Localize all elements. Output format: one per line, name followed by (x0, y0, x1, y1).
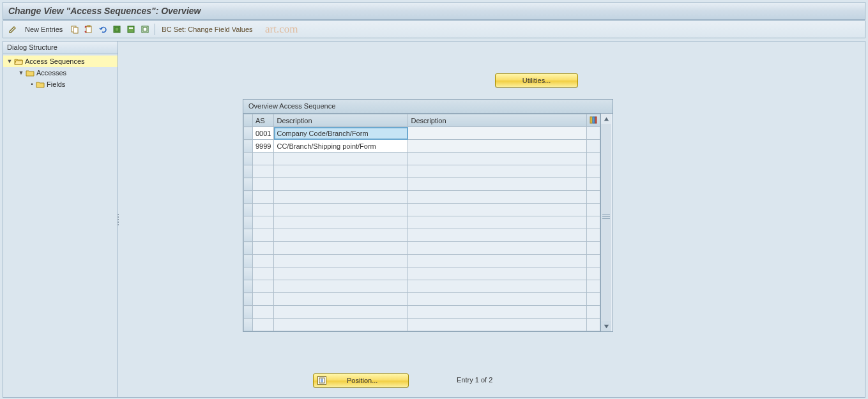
cell-description[interactable]: CC/Branch/Shipping point/Form (274, 140, 408, 153)
cell-as[interactable] (253, 216, 274, 229)
table-row[interactable] (244, 280, 600, 293)
table-row[interactable] (244, 255, 600, 267)
undo-icon[interactable] (97, 24, 109, 35)
overview-table[interactable]: AS Description Description 0001Company C… (243, 114, 600, 331)
scroll-down-icon[interactable] (601, 321, 611, 331)
tree-toggle-icon[interactable]: ▼ (17, 70, 25, 76)
clipboard-icon[interactable] (83, 24, 95, 35)
tree-toggle-icon[interactable]: ▼ (6, 58, 13, 64)
vertical-scrollbar[interactable] (600, 114, 611, 331)
cell-description[interactable] (274, 280, 408, 293)
table-row[interactable] (244, 204, 600, 216)
row-selector[interactable] (244, 293, 253, 306)
row-selector[interactable] (244, 127, 253, 140)
cell-description[interactable] (274, 242, 408, 255)
table-row[interactable] (244, 178, 600, 191)
cell-as[interactable] (253, 204, 274, 216)
cell-description2[interactable] (408, 242, 587, 255)
cell-description2[interactable] (408, 267, 587, 280)
cell-description[interactable] (274, 267, 408, 280)
table-row[interactable]: 0001Company Code/Branch/Form (244, 127, 600, 140)
cell-description[interactable] (274, 255, 408, 267)
cell-description[interactable] (274, 204, 408, 216)
cell-as[interactable]: 0001 (253, 127, 274, 140)
cell-description2[interactable] (408, 293, 587, 306)
column-header-description[interactable]: Description (274, 114, 408, 127)
splitter-handle[interactable] (116, 210, 120, 229)
cell-as[interactable] (253, 153, 274, 165)
select-all-header[interactable] (244, 114, 253, 127)
configure-columns-button[interactable] (587, 114, 600, 127)
cell-description2[interactable] (408, 191, 587, 204)
table-row[interactable] (244, 165, 600, 178)
table-row[interactable] (244, 293, 600, 306)
row-selector[interactable] (244, 229, 253, 242)
cell-description[interactable]: Company Code/Branch/Form (274, 127, 408, 140)
table-row[interactable] (244, 191, 600, 204)
cell-as[interactable] (253, 242, 274, 255)
table-row[interactable] (244, 319, 600, 331)
cell-description2[interactable] (408, 319, 587, 331)
cell-description2[interactable] (408, 229, 587, 242)
row-selector[interactable] (244, 319, 253, 331)
scroll-up-icon[interactable] (601, 114, 611, 124)
deselect-icon[interactable] (139, 24, 151, 35)
table-row[interactable] (244, 153, 600, 165)
cell-description2[interactable] (408, 306, 587, 319)
cell-as[interactable] (253, 255, 274, 267)
cell-as[interactable] (253, 267, 274, 280)
cell-description[interactable] (274, 319, 408, 331)
table-row[interactable] (244, 267, 600, 280)
new-entries-button[interactable]: New Entries (21, 24, 66, 34)
cell-description[interactable] (274, 153, 408, 165)
cell-description2[interactable] (408, 255, 587, 267)
cell-as[interactable] (253, 306, 274, 319)
table-row[interactable] (244, 216, 600, 229)
column-header-description2[interactable]: Description (408, 114, 587, 127)
cell-description[interactable] (274, 165, 408, 178)
row-selector[interactable] (244, 191, 253, 204)
cell-description2[interactable] (408, 165, 587, 178)
cell-description2[interactable] (408, 127, 587, 140)
cell-as[interactable] (253, 165, 274, 178)
edit-icon[interactable] (7, 24, 19, 35)
row-selector[interactable] (244, 242, 253, 255)
cell-as[interactable] (253, 319, 274, 331)
row-selector[interactable] (244, 267, 253, 280)
cell-description[interactable] (274, 293, 408, 306)
row-selector[interactable] (244, 204, 253, 216)
cell-description2[interactable] (408, 216, 587, 229)
tree-node-access-sequences[interactable]: ▼ Access Sequences (3, 56, 118, 67)
row-selector[interactable] (244, 165, 253, 178)
copy-icon[interactable] (69, 24, 80, 35)
cell-as[interactable] (253, 293, 274, 306)
cell-as[interactable] (253, 178, 274, 191)
tree-node-fields[interactable]: • Fields (3, 79, 118, 90)
table-row[interactable] (244, 306, 600, 319)
tree-node-accesses[interactable]: ▼ Accesses (3, 67, 118, 79)
cell-description2[interactable] (408, 178, 587, 191)
row-selector[interactable] (244, 153, 253, 165)
cell-as[interactable] (253, 229, 274, 242)
cell-description[interactable] (274, 229, 408, 242)
row-selector[interactable] (244, 280, 253, 293)
select-all-icon[interactable] (111, 24, 123, 35)
cell-description[interactable] (274, 191, 408, 204)
cell-description2[interactable] (408, 280, 587, 293)
table-row[interactable] (244, 242, 600, 255)
row-selector[interactable] (244, 140, 253, 153)
row-selector[interactable] (244, 255, 253, 267)
position-button[interactable]: Position... (313, 373, 409, 388)
cell-description[interactable] (274, 306, 408, 319)
cell-description[interactable] (274, 178, 408, 191)
cell-description[interactable] (274, 216, 408, 229)
cell-as[interactable]: 9999 (253, 140, 274, 153)
cell-as[interactable] (253, 280, 274, 293)
cell-as[interactable] (253, 191, 274, 204)
bc-set-button[interactable]: BC Set: Change Field Values (159, 26, 252, 33)
column-header-as[interactable]: AS (253, 114, 274, 127)
cell-description2[interactable] (408, 140, 587, 153)
utilities-button[interactable]: Utilities... (495, 73, 578, 87)
select-block-icon[interactable] (125, 24, 137, 35)
row-selector[interactable] (244, 178, 253, 191)
